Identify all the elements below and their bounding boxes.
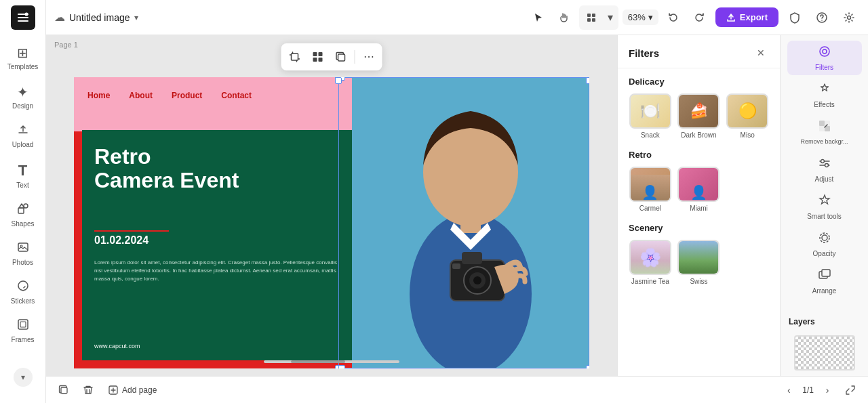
zoom-selector[interactable]: 63% ▾ [623,9,658,25]
tab-adjust[interactable]: Adjust [787,152,862,187]
sidebar-item-frames[interactable]: Frames [3,313,43,349]
file-cloud-icon: ☁ [54,11,65,24]
filter-dark-brown-thumb: 🍰 [677,93,719,129]
filter-miso[interactable]: 🟡 Miso [726,93,769,139]
layout-chevron-button[interactable]: ▾ [604,7,617,28]
svg-rect-9 [587,18,591,22]
svg-rect-28 [452,263,460,269]
nav-home: Home [87,91,110,100]
filter-dark-brown[interactable]: 🍰 Dark Brown [677,93,721,139]
ft-crop-button[interactable] [284,46,306,68]
filter-miami-label: Miami [690,205,708,212]
settings-button[interactable] [838,7,860,28]
svg-rect-7 [587,14,591,17]
shield-button[interactable] [784,7,806,28]
filter-carmel-label: Carmel [639,205,661,212]
text-icon: T [18,162,27,179]
export-button[interactable]: Export [715,7,778,27]
sidebar-collapse-button[interactable]: ▾ [14,368,33,387]
left-sidebar: ⊞ Templates ✦ Design Upload T Text Shape… [0,0,46,403]
sidebar-item-design[interactable]: ✦ Design [3,79,43,115]
nav-contact: Contact [221,91,252,100]
filter-swiss[interactable]: Swiss [677,240,721,285]
layout-button[interactable] [580,7,602,28]
canvas-scroll-thumb [291,360,345,363]
layers-header: Layers [781,310,868,330]
hand-tool-button[interactable] [553,7,575,28]
svg-rect-1 [18,208,24,213]
filter-carmel[interactable]: 👤 Carmel [629,167,672,212]
file-title: Untitled image [69,12,130,23]
next-page-button[interactable]: › [819,382,835,398]
canvas-area[interactable]: Page 1 [46,35,617,403]
effects-tab-icon [818,82,831,99]
layer-item-checker[interactable] [794,335,855,370]
tab-arrange[interactable]: Arrange [787,264,862,299]
tab-filters[interactable]: Filters [787,41,862,75]
sidebar-item-upload[interactable]: Upload [3,118,43,154]
upload-icon [17,123,29,139]
tab-effects[interactable]: Effects [787,78,862,112]
sidebar-item-templates[interactable]: ⊞ Templates [3,39,43,76]
duplicate-page-button[interactable] [54,381,73,400]
prev-page-button[interactable]: ‹ [781,382,797,398]
help-button[interactable] [811,7,833,28]
filters-panel: Filters ✕ Delicacy 🍽️ Snack [617,35,780,403]
sidebar-item-stickers[interactable]: Stickers [3,274,43,310]
ft-grid-button[interactable] [307,46,329,68]
filter-miami[interactable]: 👤 Miami [677,167,721,212]
svg-rect-6 [20,322,26,327]
filters-tab-label: Filters [787,64,862,71]
smart-tools-tab-icon [818,194,831,211]
logo-button[interactable] [11,5,35,30]
svg-point-0 [24,13,28,16]
filter-grid-scenery: 🌸 Jasmine Tea Swiss [629,240,769,285]
opacity-tab-icon [818,231,831,248]
smart-tools-tab-label: Smart tools [807,213,842,220]
filter-miami-thumb: 👤 [677,167,719,202]
filter-jasmine-tea[interactable]: 🌸 Jasmine Tea [629,240,672,285]
opacity-tab-label: Opacity [813,250,836,257]
nav-about: About [129,91,153,100]
filter-snack-label: Snack [641,131,660,139]
right-panel: Filters Effects [780,35,868,403]
sidebar-item-text[interactable]: T Text [3,156,43,194]
filter-dark-brown-label: Dark Brown [681,131,716,139]
add-page-button[interactable]: Add page [103,383,162,398]
sidebar-item-photos[interactable]: Photos [3,236,43,272]
file-title-area[interactable]: ☁ Untitled image ▾ [54,11,138,24]
photos-icon [17,241,29,257]
filter-grid-retro: 👤 Carmel 👤 Miami [629,167,769,212]
ft-divider [355,50,355,64]
sidebar-item-shapes[interactable]: Shapes [3,197,43,233]
tab-remove-bg[interactable]: Remove backgr... [787,115,862,150]
delete-page-button[interactable] [79,381,98,400]
redo-button[interactable] [688,7,710,28]
filter-swiss-inner [679,241,718,274]
tab-smart-tools[interactable]: Smart tools [787,190,862,224]
svg-point-4 [20,245,22,247]
canvas-scroll[interactable] [264,360,399,363]
expand-button[interactable] [841,381,860,400]
filters-close-button[interactable]: ✕ [753,45,769,61]
bottom-bar: Add page ‹ 1/1 › [46,376,868,403]
svg-point-30 [823,49,827,54]
design-canvas[interactable]: Home About Product Contact RetroCamera E… [74,77,589,368]
remove-bg-tab-icon [818,119,831,136]
section-retro-title: Retro [629,150,769,160]
filter-jasmine-tea-thumb: 🌸 [629,240,671,275]
sidebar-shapes-label: Shapes [12,220,35,228]
filter-snack[interactable]: 🍽️ Snack [629,93,672,139]
ft-copy-button[interactable] [330,46,352,68]
filter-miso-label: Miso [741,131,755,139]
cursor-tool-button[interactable] [528,7,549,28]
ft-more-button[interactable]: ⋯ [358,46,380,68]
tab-opacity[interactable]: Opacity [787,227,862,261]
shapes-icon [17,203,29,218]
adjust-tab-icon [818,156,831,173]
canvas-headline: RetroCamera Event [94,145,239,192]
zoom-level: 63% [628,12,646,22]
effects-tab-label: Effects [814,101,834,108]
undo-button[interactable] [663,7,684,28]
frames-icon [17,318,29,334]
